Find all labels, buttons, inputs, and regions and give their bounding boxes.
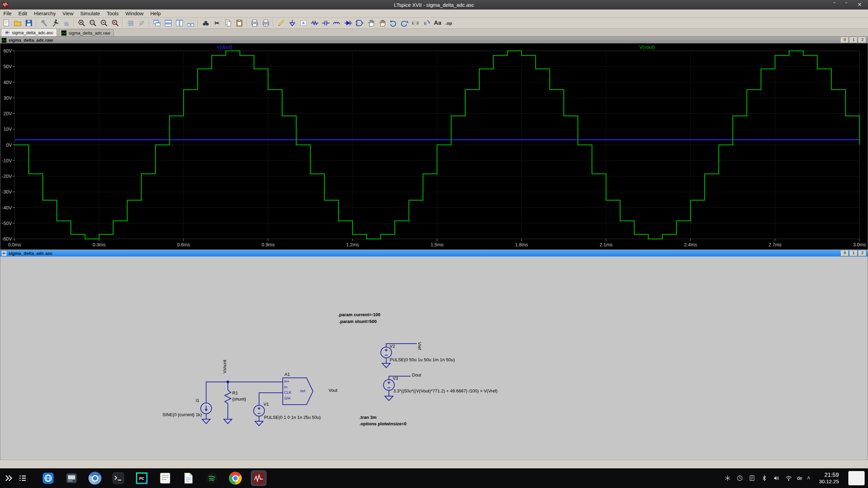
tab-label: sigma_delta_adc.asc (12, 30, 53, 35)
zoom-in-button[interactable] (76, 18, 87, 28)
spice-directive-button[interactable]: .op (443, 18, 454, 28)
schematic-canvas[interactable]: .param current=-100.param shunt=500I1SIN… (0, 257, 868, 460)
place-diode-icon (344, 19, 353, 27)
halt-button[interactable] (61, 18, 72, 28)
bluetooth-icon[interactable] (761, 474, 768, 482)
undo-button[interactable] (387, 18, 398, 28)
toolbar-separator (246, 19, 247, 27)
menu-hierarchy[interactable]: Hierarchy (31, 11, 59, 16)
zoom-area-icon (88, 19, 97, 27)
voltage-source-V1[interactable] (254, 405, 264, 416)
place-capacitor-button[interactable] (320, 18, 331, 28)
keyboard-layout-indicator[interactable]: de (797, 475, 803, 481)
trace-label-Vdout[interactable]: V(dout) (217, 44, 232, 50)
place-component-button[interactable] (354, 18, 365, 28)
chrome-icon[interactable] (228, 471, 243, 486)
find-button[interactable] (200, 18, 211, 28)
window-minimize-button[interactable]: ˇ (833, 0, 835, 9)
tab-sigma_delta_adc.raw[interactable]: sigma_delta_adc.raw (58, 29, 114, 36)
print-button[interactable] (249, 18, 260, 28)
save-button[interactable] (23, 18, 34, 28)
window-title: LTspice XVII - sigma_delta_adc.asc (0, 2, 868, 8)
run-button[interactable] (50, 18, 61, 28)
menu-file[interactable]: File (0, 11, 15, 16)
chromium-icon[interactable] (87, 471, 102, 486)
menu-edit[interactable]: Edit (15, 11, 31, 16)
spotify-icon[interactable] (204, 471, 219, 486)
tab-sigma_delta_adc.asc[interactable]: sigma_delta_adc.asc (1, 28, 57, 36)
place-ground-button[interactable] (287, 18, 298, 28)
place-inductor-button[interactable] (331, 18, 342, 28)
cut-button[interactable]: ✂ (211, 18, 222, 28)
wifi-icon[interactable] (785, 474, 792, 482)
menu-help[interactable]: Help (147, 11, 164, 16)
trace-label-Vvout[interactable]: V(vout) (639, 44, 654, 50)
waveform-window-titlebar[interactable]: sigma_delta_adc.raw 012 (0, 37, 868, 43)
mark-unconnected-button[interactable] (136, 18, 147, 28)
mdi-close-button[interactable]: 2 (859, 250, 866, 256)
tray-expand-icon[interactable]: ˄ (807, 475, 810, 481)
file-manager-icon[interactable] (64, 471, 79, 486)
print-setup-button[interactable] (260, 18, 271, 28)
draw-wire-button[interactable] (275, 18, 287, 28)
resistor-R1[interactable] (225, 390, 231, 419)
arrange-icons-button[interactable] (185, 18, 196, 28)
browser-icon[interactable] (41, 471, 56, 486)
tile-horizontal-button[interactable] (162, 18, 174, 28)
mdi-restore-button[interactable]: 1 (850, 37, 857, 43)
current-source-I1[interactable] (201, 403, 212, 414)
window-maximize-button[interactable]: ˆ (845, 0, 847, 9)
new-schematic-button[interactable] (1, 18, 12, 28)
pycharm-icon[interactable]: PC (134, 471, 149, 486)
launcher-arrows-icon[interactable] (4, 474, 13, 483)
mdi-minimize-button[interactable]: 0 (841, 37, 849, 43)
app-menu-icon[interactable] (18, 474, 27, 483)
zoom-full-button[interactable] (110, 18, 121, 28)
window-close-button[interactable]: ✕ (857, 0, 862, 9)
tray-clock-icon[interactable] (736, 474, 744, 482)
show-desktop-button[interactable] (848, 471, 865, 485)
menu-bar: FileEditHierarchyViewSimulateToolsWindow… (0, 9, 868, 18)
rotate-button[interactable]: E (421, 18, 432, 28)
tile-vertical-button[interactable] (174, 18, 185, 28)
text-button[interactable]: Aa (432, 18, 443, 28)
redo-button[interactable] (398, 18, 410, 28)
cascade-windows-button[interactable] (151, 18, 162, 28)
place-resistor-button[interactable] (309, 18, 320, 28)
net-label-button[interactable]: A (298, 18, 309, 28)
taskbar-clock[interactable]: 21:59 30.12.25 (819, 472, 839, 485)
menu-simulate[interactable]: Simulate (77, 11, 103, 16)
mdi-close-button[interactable]: 2 (859, 37, 866, 43)
terminal-icon[interactable] (111, 471, 126, 486)
menu-window[interactable]: Window (122, 11, 147, 16)
tray-clipboard-icon[interactable] (748, 474, 756, 482)
control-panel-button[interactable] (38, 18, 50, 28)
open-icon (13, 19, 22, 27)
waveform-plot[interactable]: 60V50V40V30V20V10V0V-10V-20V-30V-40V-50V… (0, 43, 868, 249)
place-diode-button[interactable] (342, 18, 354, 28)
text-editor-icon[interactable] (158, 471, 173, 486)
tray-settings-icon[interactable] (724, 474, 731, 482)
find-icon (201, 19, 210, 27)
ltspice-icon[interactable] (251, 471, 266, 486)
r1-designator: R1 (232, 391, 238, 395)
mirror-button[interactable]: EƎ (410, 18, 421, 28)
copy-button[interactable] (222, 18, 234, 28)
drag-button[interactable] (376, 18, 387, 28)
mdi-restore-button[interactable]: 1 (850, 250, 857, 256)
zoom-area-button[interactable] (87, 18, 98, 28)
voltage-source-V3[interactable] (383, 380, 394, 390)
menu-tools[interactable]: Tools (103, 11, 122, 16)
document-viewer-icon[interactable] (181, 471, 196, 486)
copy-icon (224, 19, 233, 27)
mdi-minimize-button[interactable]: 0 (841, 250, 849, 256)
menu-view[interactable]: View (59, 11, 77, 16)
grid-button[interactable] (125, 18, 136, 28)
move-button[interactable] (365, 18, 376, 28)
open-button[interactable] (12, 18, 23, 28)
schematic-window-titlebar[interactable]: sigma_delta_adc.asc 012 (0, 250, 868, 257)
waveform-plot-area[interactable]: 60V50V40V30V20V10V0V-10V-20V-30V-40V-50V… (0, 43, 868, 249)
paste-button[interactable] (234, 18, 245, 28)
zoom-out-button[interactable] (98, 18, 110, 28)
volume-icon[interactable] (773, 474, 780, 482)
